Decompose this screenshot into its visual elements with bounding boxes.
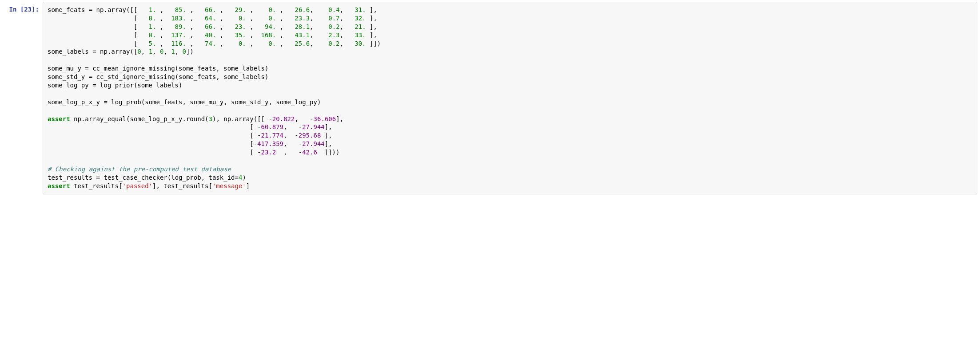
code-token: (: [205, 115, 208, 122]
code-token: array: [235, 115, 254, 122]
code-token: ,: [276, 32, 295, 39]
code-token: ,: [283, 123, 299, 130]
code-token: [92, 73, 96, 80]
code-token: some_mu_y: [48, 65, 81, 72]
code-token: ,: [186, 15, 205, 22]
code-token: [89, 48, 92, 55]
code-token: ],: [325, 123, 332, 130]
code-token: ,: [310, 15, 328, 22]
code-token: 94.: [265, 23, 276, 30]
code-token: 0.: [268, 40, 276, 47]
code-token: 8.: [149, 15, 156, 22]
code-token: some_std_y: [231, 99, 268, 106]
code-token: 295.68: [299, 132, 321, 139]
code-token: ,: [216, 15, 239, 22]
code-token: =: [89, 73, 92, 80]
code-token: (: [175, 73, 179, 80]
code-token: np: [100, 48, 108, 55]
code-block[interactable]: some_feats = np.array([[ 1. , 85. , 66. …: [48, 6, 972, 190]
code-token: 3: [209, 115, 212, 122]
code-token: assert: [48, 115, 70, 122]
code-token: 64.: [205, 15, 216, 22]
code-token: ,: [175, 48, 183, 55]
code-token: ,: [216, 40, 239, 47]
code-token: [89, 82, 92, 89]
code-token: cc_mean_ignore_missing: [92, 65, 175, 72]
code-token: -: [295, 132, 298, 139]
code-token: 35.: [235, 32, 246, 39]
code-token: 26.6: [295, 6, 310, 13]
code-token: ,: [223, 99, 231, 106]
code-token: task_id: [209, 174, 235, 181]
code-token: [: [48, 140, 254, 147]
code-token: -: [299, 149, 302, 156]
code-token: [: [209, 182, 212, 189]
code-token: some_labels: [223, 65, 265, 72]
code-token: np: [223, 115, 231, 122]
code-token: 21.: [355, 23, 366, 30]
code-token: ,: [246, 32, 261, 39]
code-token: 0: [183, 48, 186, 55]
code-token: [: [48, 132, 257, 139]
code-token: cc_std_ignore_missing: [96, 73, 175, 80]
code-input-area[interactable]: some_feats = np.array([[ 1. , 85. , 66. …: [43, 2, 977, 194]
code-token: 168.: [261, 32, 276, 39]
code-token: ([[: [254, 115, 269, 122]
code-token: [89, 65, 92, 72]
code-token: ],: [366, 6, 377, 13]
code-token: ,: [276, 15, 295, 22]
code-token: ],: [366, 15, 377, 22]
code-token: ]])): [317, 149, 340, 156]
code-token: np: [96, 6, 104, 13]
code-token: ,: [310, 40, 328, 47]
code-token: [92, 6, 96, 13]
code-token: some_log_p_x_y: [130, 115, 182, 122]
code-token: some_feats: [179, 65, 216, 72]
code-token: np: [74, 115, 81, 122]
code-token: 23.2: [261, 149, 276, 156]
code-token: 2.3: [328, 32, 339, 39]
code-token: .: [104, 6, 107, 13]
code-token: 0.: [239, 40, 246, 47]
code-token: 'message': [212, 182, 246, 189]
code-token: 0.: [268, 6, 276, 13]
code-token: ,: [268, 99, 276, 106]
code-token: ,: [156, 40, 171, 47]
code-token: # Checking against the pre-computed test…: [48, 166, 231, 173]
code-token: =: [92, 48, 96, 55]
input-prompt: In [23]:: [3, 2, 43, 14]
code-token: 1.: [149, 23, 156, 30]
code-token: some_feats: [179, 73, 216, 80]
code-token: ],: [152, 182, 163, 189]
code-token: ,: [276, 149, 299, 156]
code-token: 60.879: [261, 123, 283, 130]
code-token: =: [85, 65, 88, 72]
code-token: -: [310, 115, 313, 122]
code-token: some_labels: [223, 73, 265, 80]
code-token: 417.359: [257, 140, 283, 147]
code-token: ,: [186, 6, 205, 13]
code-token: log_prob: [111, 99, 141, 106]
code-token: log_prob: [171, 174, 201, 181]
code-token: some_feats: [48, 6, 85, 13]
code-token: some_log_py: [48, 82, 89, 89]
code-token: ,: [276, 6, 295, 13]
code-token: =: [104, 99, 107, 106]
code-token: 33.: [355, 32, 366, 39]
code-token: [: [48, 23, 149, 30]
code-token: ): [179, 82, 182, 89]
code-token: [85, 73, 88, 80]
code-token: ,: [340, 40, 355, 47]
code-token: some_log_p_x_y: [48, 99, 100, 106]
code-token: ,: [156, 23, 175, 30]
code-token: [96, 48, 100, 55]
code-token: ): [265, 65, 268, 72]
input-prompt-label: In [23]:: [9, 6, 39, 13]
code-token: =: [235, 174, 239, 181]
code-token: test_results: [163, 182, 208, 189]
code-token: 23.: [235, 23, 246, 30]
code-token: ,: [163, 48, 171, 55]
code-token: assert: [48, 182, 70, 189]
code-token: ],: [366, 23, 377, 30]
code-token: ,: [310, 23, 328, 30]
